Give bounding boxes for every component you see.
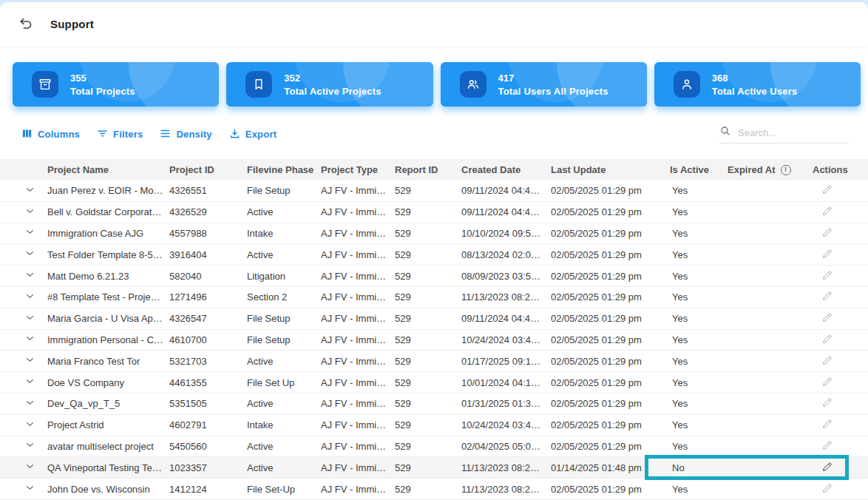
pencil-icon [821,354,833,368]
filevine-phase-cell: Active [247,441,321,452]
report-id-cell: 529 [395,334,461,345]
project-name-cell: Juan Perez v. EOIR - Motio... [47,185,169,196]
is-active-cell: Yes [665,249,728,260]
columns-icon [21,127,33,142]
expand-row-button[interactable] [24,396,36,411]
stat-card-total-active-users: 368 Total Active Users [654,62,861,107]
columns-button[interactable]: Columns [21,127,80,142]
pencil-icon [821,226,833,240]
expand-row-button[interactable] [24,311,36,326]
header-last-update[interactable]: Last Update [551,164,665,175]
is-active-cell: Yes [665,441,728,452]
header-created-date[interactable]: Created Date [461,164,551,175]
expand-row-button[interactable] [24,205,36,220]
header-filevine-phase[interactable]: Filevine Phase [247,164,321,175]
pencil-icon [821,461,833,475]
edit-button[interactable] [821,354,833,368]
edit-button[interactable] [821,376,833,390]
header-expired-at[interactable]: Expired At ! [728,164,813,175]
expand-row-button[interactable] [24,247,36,262]
expand-row-button[interactable] [24,482,36,496]
last-update-cell: 02/05/2025 01:29 pm [551,377,665,388]
project-name-cell: Maria Franco Test Tor [47,356,169,367]
expand-row-button[interactable] [24,439,36,453]
header-report-id[interactable]: Report ID [395,164,461,175]
is-active-cell: Yes [665,185,728,196]
stat-value: 355 [70,73,135,83]
table-row: John Doe vs. Wisconsin 1412124 File Set-… [0,479,868,500]
edit-button[interactable] [821,482,833,496]
header-project-type[interactable]: Project Type [321,164,395,175]
is-active-cell: Yes [665,313,728,324]
expand-row-button[interactable] [24,183,36,198]
edit-button[interactable] [821,248,833,262]
project-id-cell: 5321703 [169,356,247,367]
edit-button[interactable] [821,205,833,219]
header-is-active[interactable]: Is Active [665,164,728,175]
project-type-cell: AJ FV - Immigrati... [321,228,395,239]
project-id-cell: 5351505 [169,398,247,409]
pencil-icon [821,482,833,496]
chevron-down-icon [24,375,36,390]
expand-row-button[interactable] [24,418,36,433]
export-button[interactable]: Export [228,127,277,142]
filter-icon [96,127,109,142]
project-name-cell: Maria Garcia - U Visa Appli... [47,313,169,324]
edit-button[interactable] [821,311,833,325]
chevron-down-icon [24,439,36,453]
edit-button[interactable] [821,396,833,411]
report-id-cell: 529 [395,291,461,303]
header-project-name[interactable]: Project Name [47,164,169,175]
chevron-down-icon [24,290,36,305]
edit-button[interactable] [821,226,833,240]
edit-button[interactable] [821,269,833,283]
project-type-cell: AJ FV - Immigrati... [321,334,395,345]
edit-button[interactable] [821,461,833,475]
is-active-cell: No [665,462,728,473]
project-name-cell: Immigration Case AJG [47,228,169,239]
edit-button[interactable] [821,290,833,304]
expand-row-button[interactable] [24,354,36,368]
filevine-phase-cell: Active [247,356,321,367]
edit-button[interactable] [821,333,833,347]
pencil-icon [821,418,833,432]
chevron-down-icon [24,396,36,411]
back-button[interactable] [16,13,35,35]
pencil-icon [821,376,833,390]
pencil-icon [821,290,833,304]
info-icon[interactable]: ! [781,165,791,175]
expand-row-button[interactable] [24,290,36,305]
header-project-id[interactable]: Project ID [169,164,247,175]
chevron-down-icon [24,311,36,326]
density-button[interactable]: Density [159,127,211,142]
support-page: Support 355 Total Projects [0,2,868,500]
expand-row-button[interactable] [24,460,36,475]
edit-button[interactable] [821,183,833,197]
filevine-phase-cell: Active [247,249,321,260]
chevron-down-icon [24,183,36,198]
created-date-cell: 08/09/2023 03:53 pm [461,271,551,282]
expand-row-button[interactable] [24,375,36,390]
project-name-cell: John Doe vs. Wisconsin [47,484,169,495]
last-update-cell: 02/05/2025 01:29 pm [551,228,665,239]
page-title: Support [50,18,94,30]
edit-button[interactable] [821,418,833,432]
table-row: Doe VS Company 4461355 File Set Up AJ FV… [0,372,868,393]
filters-button[interactable]: Filters [96,127,143,142]
expand-row-button[interactable] [24,226,36,240]
created-date-cell: 10/24/2024 03:45 pm [461,419,551,430]
edit-button[interactable] [821,439,833,453]
last-update-cell: 02/05/2025 01:29 pm [551,356,665,367]
expand-row-button[interactable] [24,332,36,347]
created-date-cell: 11/13/2023 08:24 pm [461,291,551,303]
expand-row-button[interactable] [24,268,36,283]
created-date-cell: 10/24/2024 03:45 pm [461,334,551,345]
project-type-cell: AJ FV - Immigrati... [321,291,395,303]
report-id-cell: 529 [395,271,461,282]
last-update-cell: 02/05/2025 01:29 pm [551,441,665,452]
search-input[interactable] [736,126,849,139]
table-row: Immigration Case AJG 4557988 Intake AJ F… [0,223,868,245]
filevine-phase-cell: File Setup [247,334,321,345]
project-type-cell: AJ FV - Immigrati... [321,206,395,217]
pencil-icon [821,248,833,262]
